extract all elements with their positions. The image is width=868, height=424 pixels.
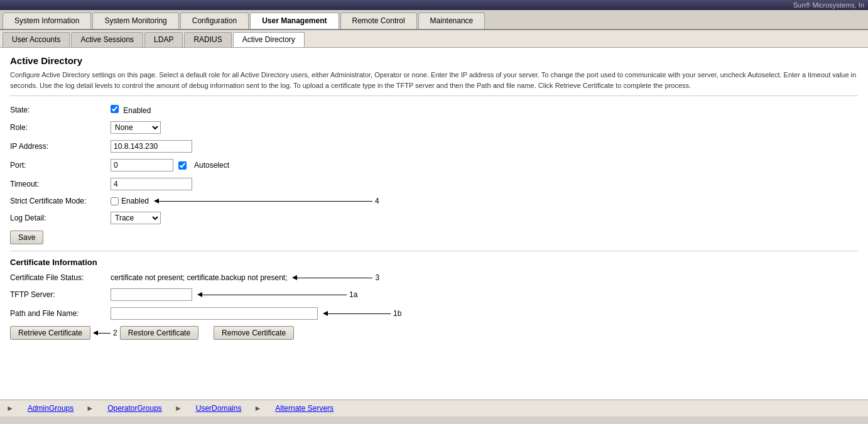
arrow-line-2 <box>98 333 111 334</box>
sub-tab-user-accounts[interactable]: User Accounts <box>3 32 70 47</box>
main-tab-maintenance[interactable]: Maintenance <box>418 13 486 29</box>
state-control: Enabled <box>111 105 151 115</box>
state-value: Enabled <box>123 106 151 115</box>
save-row: Save <box>10 231 858 244</box>
annotation-arrow-1b: 1b <box>323 309 401 318</box>
main-tab-configuration[interactable]: Configuration <box>180 13 249 29</box>
bottom-nav-arrow-3: ► <box>175 404 182 413</box>
state-label: State: <box>10 106 111 114</box>
main-tab-user-management[interactable]: User Management <box>250 13 339 29</box>
role-select[interactable]: None Administrator Operator <box>111 121 161 134</box>
annotation-arrow-3: 3 <box>292 273 379 282</box>
log-detail-row: Log Detail: Trace Debug Info Warning Err… <box>10 212 858 224</box>
arrow-head-3 <box>292 275 297 280</box>
strict-cert-control: Enabled 4 <box>111 197 379 205</box>
cert-status-label: Certificate File Status: <box>10 273 111 282</box>
autoselect-checkbox[interactable] <box>178 161 187 170</box>
bottom-nav-arrow-4: ► <box>254 404 261 413</box>
arrow-line-1b <box>328 313 391 314</box>
port-control: Autoselect <box>111 159 229 171</box>
cert-section-title: Certificate Information <box>10 258 858 267</box>
cert-status-row: Certificate File Status: certificate not… <box>10 273 858 282</box>
bottom-nav-admin-groups[interactable]: AdminGroups <box>28 404 73 413</box>
arrow-head-1a <box>197 292 202 297</box>
annotation-2-label: 2 <box>113 329 117 337</box>
bottom-nav-alternate-servers[interactable]: Alternate Servers <box>275 404 334 413</box>
ip-control <box>111 140 192 153</box>
cert-status-value: certificate not present; certificate.bac… <box>111 273 287 282</box>
state-checkbox[interactable] <box>111 105 119 113</box>
ip-input[interactable] <box>111 140 192 153</box>
arrow-line-1a <box>202 295 347 295</box>
annotation-3-label: 3 <box>375 273 379 282</box>
port-input[interactable] <box>111 159 173 171</box>
timeout-row: Timeout: <box>10 178 858 190</box>
log-detail-label: Log Detail: <box>10 214 111 222</box>
tftp-label: TFTP Server: <box>10 290 111 299</box>
main-tab-system-info[interactable]: System Information <box>3 13 91 29</box>
sub-tab-radius[interactable]: RADIUS <box>184 32 231 47</box>
divider-1 <box>10 251 858 251</box>
arrow-head-4 <box>154 198 159 204</box>
strict-cert-label: Strict Certificate Mode: <box>10 197 111 205</box>
autoselect-label: Autoselect <box>194 161 229 170</box>
bottom-nav-user-domains[interactable]: UserDomains <box>196 404 242 413</box>
sub-tab-active-directory[interactable]: Active Directory <box>233 32 305 47</box>
tftp-input[interactable] <box>111 288 192 301</box>
top-bar-text: Sun® Microsystems, In <box>793 1 864 9</box>
timeout-control <box>111 178 192 190</box>
main-tab-system-monitoring[interactable]: System Monitoring <box>92 13 178 29</box>
strict-cert-value: Enabled <box>121 197 149 205</box>
cert-status-control: certificate not present; certificate.bac… <box>111 273 379 282</box>
path-row: Path and File Name: 1b <box>10 307 858 320</box>
log-detail-control: Trace Debug Info Warning Error <box>111 212 161 224</box>
ip-row: IP Address: <box>10 140 858 153</box>
sub-tab-ldap[interactable]: LDAP <box>144 32 183 47</box>
role-row: Role: None Administrator Operator <box>10 121 858 134</box>
bottom-nav-arrow-1: ► <box>6 404 14 413</box>
timeout-input[interactable] <box>111 178 192 190</box>
annotation-4-label: 4 <box>375 197 379 205</box>
log-detail-select[interactable]: Trace Debug Info Warning Error <box>111 212 161 224</box>
tftp-row: TFTP Server: 1a <box>10 288 858 301</box>
path-label: Path and File Name: <box>10 309 111 318</box>
page-description: Configure Active Directory settings on t… <box>10 70 858 96</box>
arrow-head-1b <box>323 311 328 316</box>
annotation-arrow-2: 2 <box>93 329 117 337</box>
main-tabs: System Information System Monitoring Con… <box>0 10 868 30</box>
annotation-1b-label: 1b <box>393 309 401 318</box>
state-row: State: Enabled <box>10 105 858 115</box>
port-row: Port: Autoselect <box>10 159 858 171</box>
path-input[interactable] <box>111 307 318 320</box>
bottom-nav-operator-groups[interactable]: OperatorGroups <box>107 404 162 413</box>
bottom-nav: ► AdminGroups ► OperatorGroups ► UserDom… <box>0 400 868 416</box>
sub-tabs: User Accounts Active Sessions LDAP RADIU… <box>0 30 868 48</box>
tftp-control: 1a <box>111 288 357 301</box>
cert-buttons-row: Retrieve Certificate 2 Restore Certifica… <box>10 326 858 340</box>
page-title: Active Directory <box>10 55 858 66</box>
annotation-1a-label: 1a <box>349 290 357 299</box>
arrow-line-4 <box>159 201 372 202</box>
role-label: Role: <box>10 123 111 132</box>
port-label: Port: <box>10 161 111 170</box>
retrieve-cert-button[interactable]: Retrieve Certificate <box>10 326 90 340</box>
timeout-label: Timeout: <box>10 180 111 188</box>
ip-label: IP Address: <box>10 142 111 151</box>
role-control: None Administrator Operator <box>111 121 161 134</box>
remove-cert-button[interactable]: Remove Certificate <box>214 326 294 340</box>
sub-tab-active-sessions[interactable]: Active Sessions <box>71 32 143 47</box>
annotation-arrow-4: 4 <box>154 197 379 205</box>
restore-cert-button[interactable]: Restore Certificate <box>120 326 198 340</box>
strict-cert-row: Strict Certificate Mode: Enabled 4 <box>10 197 858 205</box>
bottom-nav-arrow-2: ► <box>86 404 94 413</box>
content: Active Directory Configure Active Direct… <box>0 48 868 400</box>
arrow-head-2 <box>93 330 98 335</box>
path-control: 1b <box>111 307 401 320</box>
arrow-line-3 <box>297 278 372 278</box>
strict-cert-checkbox[interactable] <box>111 197 119 205</box>
top-bar: Sun® Microsystems, In <box>0 0 868 10</box>
main-tab-remote-control[interactable]: Remote Control <box>340 13 417 29</box>
annotation-arrow-1a: 1a <box>197 290 357 299</box>
save-button[interactable]: Save <box>10 231 43 244</box>
